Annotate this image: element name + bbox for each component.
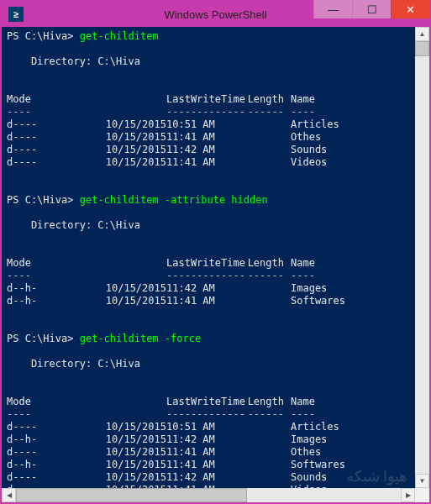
titlebar[interactable]: ≥ Windows PowerShell — ☐ ✕ bbox=[2, 2, 429, 27]
scroll-track-v[interactable] bbox=[415, 41, 429, 474]
scroll-corner bbox=[415, 488, 429, 502]
minimize-button[interactable]: — bbox=[313, 0, 352, 18]
horizontal-scrollbar[interactable]: ◀ ▶ bbox=[2, 488, 415, 502]
terminal-output[interactable]: PS C:\Hiva> get-childitem Directory: C:\… bbox=[2, 27, 415, 488]
scroll-right-button[interactable]: ▶ bbox=[401, 488, 415, 502]
scroll-thumb-v[interactable] bbox=[415, 41, 429, 56]
vertical-scrollbar[interactable]: ▲ ▼ bbox=[415, 27, 429, 488]
powershell-icon: ≥ bbox=[8, 7, 24, 22]
bottom-scroll-row: ◀ ▶ bbox=[2, 488, 429, 502]
powershell-window: ≥ Windows PowerShell — ☐ ✕ PS C:\Hiva> g… bbox=[0, 0, 431, 504]
scroll-track-h[interactable] bbox=[16, 488, 401, 502]
scroll-thumb-h[interactable] bbox=[16, 488, 247, 502]
scroll-left-button[interactable]: ◀ bbox=[2, 488, 16, 502]
close-button[interactable]: ✕ bbox=[391, 0, 429, 18]
window-controls: — ☐ ✕ bbox=[313, 2, 429, 27]
maximize-button[interactable]: ☐ bbox=[352, 0, 391, 18]
scroll-up-button[interactable]: ▲ bbox=[415, 27, 429, 41]
terminal-area: PS C:\Hiva> get-childitem Directory: C:\… bbox=[2, 27, 429, 488]
scroll-down-button[interactable]: ▼ bbox=[415, 474, 429, 488]
